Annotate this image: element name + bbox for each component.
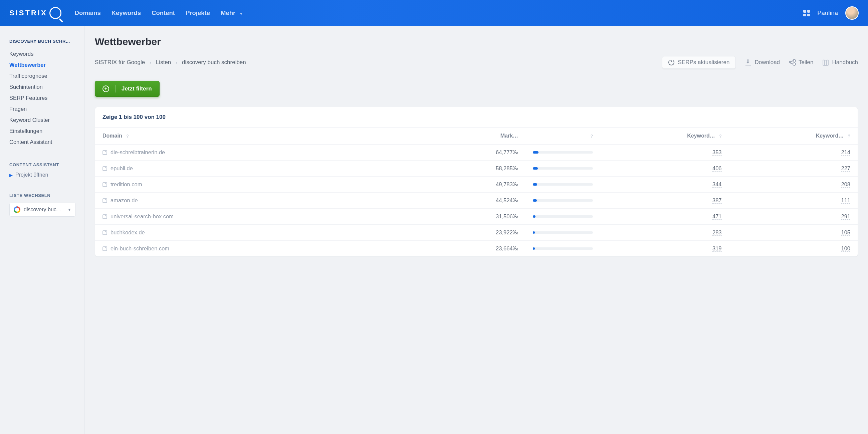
external-link-icon[interactable] (102, 182, 107, 187)
sidebar-item[interactable]: Fragen (9, 103, 76, 115)
cell-kw2[interactable]: 111 (729, 193, 858, 209)
cell-share: 58,285‰ (396, 161, 525, 177)
cell-kw2[interactable]: 214 (729, 145, 858, 161)
competitors-table: Domain ? Mark… ? Keyword… ? (95, 127, 858, 256)
help-icon[interactable]: ? (126, 134, 128, 138)
sidebar-item[interactable]: Keyword Cluster (9, 115, 76, 126)
table-summary: Zeige 1 bis 100 von 100 (95, 107, 858, 127)
cell-kw1[interactable]: 353 (600, 145, 729, 161)
nav-content[interactable]: Content (152, 9, 175, 17)
cell-kw1[interactable]: 471 (600, 209, 729, 225)
table-row: buchkodex.de23,922‰283105 (95, 225, 858, 241)
nav-projekte[interactable]: Projekte (186, 9, 210, 17)
handbook-button[interactable]: Handbuch (823, 59, 858, 66)
external-link-icon[interactable] (102, 166, 107, 171)
cell-kw2[interactable]: 291 (729, 209, 858, 225)
col-kw1[interactable]: Keyword… ? (600, 127, 729, 145)
cell-kw1[interactable]: 406 (600, 161, 729, 177)
col-share[interactable]: Mark… (396, 127, 525, 145)
cell-kw2[interactable]: 100 (729, 241, 858, 257)
cell-kw1[interactable]: 387 (600, 193, 729, 209)
sidebar-item[interactable]: SERP Features (9, 92, 76, 103)
sidebar-item[interactable]: Einstellungen (9, 126, 76, 136)
sidebar-item[interactable]: Content Assistant (9, 136, 76, 148)
user-name[interactable]: Paulina (817, 9, 838, 17)
sidebar-item[interactable]: Trafficprognose (9, 70, 76, 82)
avatar[interactable] (845, 6, 859, 20)
page-actions: SERPs aktualisieren Download Teilen Hand… (662, 56, 858, 69)
bar-fill (533, 151, 538, 154)
cell-kw1[interactable]: 319 (600, 241, 729, 257)
cell-domain[interactable]: epubli.de (95, 161, 396, 177)
table-row: ein-buch-schreiben.com23,664‰319100 (95, 241, 858, 257)
cell-domain[interactable]: buchkodex.de (95, 225, 396, 241)
bar-fill (533, 183, 537, 186)
filter-button[interactable]: Jetzt filtern (95, 81, 160, 97)
share-label: Teilen (799, 59, 813, 66)
help-icon[interactable]: ? (719, 134, 721, 138)
crumb-1[interactable]: Listen (156, 59, 171, 66)
chevron-down-icon: ▼ (67, 207, 71, 212)
help-icon[interactable]: ? (848, 134, 850, 138)
header-row: SISTRIX für Google › Listen › discovery … (95, 56, 858, 69)
competitors-table-card: Zeige 1 bis 100 von 100 Domain ? Mark… ? (95, 107, 858, 257)
refresh-icon (669, 59, 674, 65)
refresh-serps-button[interactable]: SERPs aktualisieren (662, 56, 736, 69)
sidebar-item[interactable]: Keywords (9, 49, 76, 59)
external-link-icon[interactable] (102, 230, 107, 235)
cell-domain[interactable]: ein-buch-schreiben.com (95, 241, 396, 257)
sidebar-list: KeywordsWettbewerberTrafficprognoseSuchi… (9, 49, 76, 148)
open-project-link[interactable]: ▶ Projekt öffnen (9, 172, 76, 178)
bar-track (533, 167, 593, 169)
brand-text: SISTRIX (9, 9, 48, 18)
brand-logo[interactable]: SISTRIX (9, 7, 61, 19)
breadcrumb: SISTRIX für Google › Listen › discovery … (95, 59, 246, 66)
sidebar-item[interactable]: Wettbewerber (9, 59, 76, 70)
apps-icon[interactable] (803, 10, 810, 17)
arrow-right-icon: ▶ (9, 173, 13, 178)
cell-kw2[interactable]: 105 (729, 225, 858, 241)
chevron-down-icon: ▼ (239, 11, 243, 16)
cell-bar (525, 241, 600, 257)
download-button[interactable]: Download (745, 59, 780, 66)
cell-kw2[interactable]: 227 (729, 161, 858, 177)
cell-domain[interactable]: amazon.de (95, 193, 396, 209)
cell-bar (525, 161, 600, 177)
col-kw2[interactable]: Keyword… ? (729, 127, 858, 145)
external-link-icon[interactable] (102, 150, 107, 155)
nav-mehr[interactable]: Mehr ▼ (221, 9, 243, 17)
cell-kw1[interactable]: 344 (600, 177, 729, 193)
col-domain[interactable]: Domain ? (95, 127, 396, 145)
cell-bar (525, 177, 600, 193)
sidebar: DISCOVERY BUCH SCHR… KeywordsWettbewerbe… (0, 26, 85, 434)
share-button[interactable]: Teilen (789, 59, 813, 66)
external-link-icon[interactable] (102, 214, 107, 219)
help-icon[interactable]: ? (591, 134, 593, 138)
crumb-2[interactable]: discovery buch schreiben (182, 59, 246, 66)
crumb-0[interactable]: SISTRIX für Google (95, 59, 145, 66)
external-link-icon[interactable] (102, 246, 107, 251)
nav-keywords[interactable]: Keywords (112, 9, 141, 17)
filter-button-label: Jetzt filtern (122, 86, 152, 92)
page-title: Wettbewerber (95, 36, 858, 48)
bar-fill (533, 247, 535, 250)
nav-domains[interactable]: Domains (75, 9, 101, 17)
col-kw1-label: Keyword… (687, 133, 715, 138)
cell-domain[interactable]: tredition.com (95, 177, 396, 193)
download-icon (745, 59, 751, 65)
cell-domain[interactable]: universal-search-box.com (95, 209, 396, 225)
cell-bar (525, 225, 600, 241)
cell-kw1[interactable]: 283 (600, 225, 729, 241)
cell-kw2[interactable]: 208 (729, 177, 858, 193)
list-switcher[interactable]: discovery buch s… ▼ (9, 203, 76, 217)
refresh-label: SERPs aktualisieren (678, 59, 730, 66)
bar-track (533, 247, 593, 250)
plus-circle-icon (102, 86, 109, 92)
cell-share: 23,922‰ (396, 225, 525, 241)
content-assistant-heading: CONTENT ASSISTANT (9, 162, 76, 167)
sidebar-item[interactable]: Suchintention (9, 82, 76, 92)
user-area: Paulina (803, 6, 859, 20)
external-link-icon[interactable] (102, 198, 107, 203)
bar-track (533, 231, 593, 234)
cell-domain[interactable]: die-schreibtrainerin.de (95, 145, 396, 161)
